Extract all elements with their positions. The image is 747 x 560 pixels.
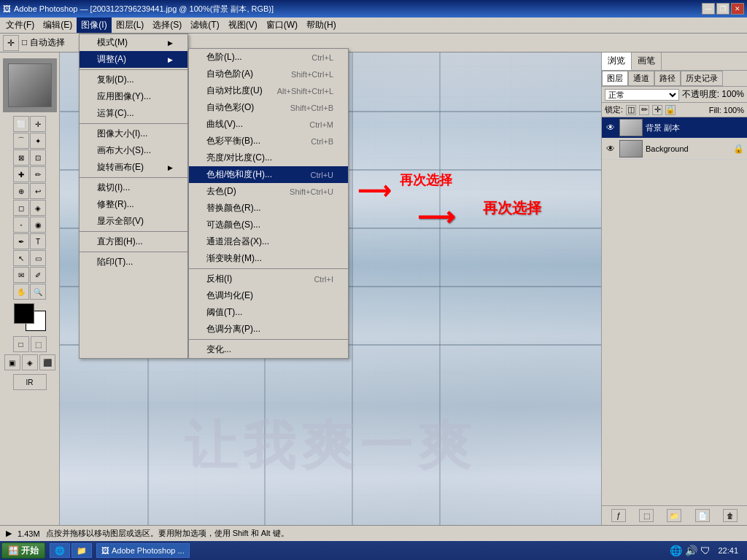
- tab-channels[interactable]: 通道: [628, 71, 654, 86]
- lock-move-btn[interactable]: ✛: [652, 105, 662, 115]
- tool-eraser[interactable]: ◻: [13, 200, 29, 216]
- menu-hue-saturation[interactable]: 色相/饱和度(H)...Ctrl+U: [189, 166, 348, 183]
- menu-view[interactable]: 视图(V): [224, 18, 262, 33]
- menu-color-balance[interactable]: 色彩平衡(B)...Ctrl+B: [189, 133, 348, 149]
- menu-image-size[interactable]: 图像大小(I)...: [80, 125, 187, 142]
- menu-layer[interactable]: 图层(L): [112, 18, 149, 33]
- layer-eye-icon[interactable]: 👁: [605, 143, 616, 155]
- standard-mode[interactable]: □: [13, 336, 29, 352]
- move-tool-icon[interactable]: ✛: [3, 35, 19, 51]
- close-button[interactable]: ✕: [731, 3, 744, 15]
- menu-gradient-map[interactable]: 渐变映射(M)...: [189, 250, 348, 267]
- menu-auto-contrast[interactable]: 自动对比度(U)Alt+Shift+Ctrl+L: [189, 82, 348, 99]
- taskbar-icon-folder[interactable]: 📁: [71, 543, 92, 558]
- menu-rotate-canvas[interactable]: 旋转画布(E): [80, 159, 187, 176]
- tab-brush[interactable]: 画笔: [632, 52, 662, 70]
- tool-path-select[interactable]: ↖: [13, 250, 29, 266]
- new-group-btn[interactable]: 📁: [667, 509, 681, 522]
- tool-slice[interactable]: ⊡: [30, 149, 46, 166]
- image-menu: 模式(M) 调整(A) 复制(D)... 应用图像(Y)... 运算(C)...…: [79, 34, 188, 359]
- menu-canvas-size[interactable]: 画布大小(S)...: [80, 142, 187, 159]
- tool-blur[interactable]: ◦: [13, 217, 29, 233]
- tab-browse[interactable]: 浏览: [602, 52, 632, 70]
- tool-eyedropper[interactable]: ✐: [30, 267, 46, 283]
- menu-image[interactable]: 图像(I): [77, 18, 111, 33]
- tool-brush[interactable]: ✏: [30, 166, 46, 182]
- tool-zoom[interactable]: 🔍: [30, 284, 46, 300]
- tool-pen[interactable]: ✒: [13, 233, 29, 249]
- new-layer-btn[interactable]: 📄: [695, 509, 710, 522]
- menu-help[interactable]: 帮助(H): [302, 18, 341, 33]
- tool-notes[interactable]: ✉: [13, 267, 29, 283]
- menu-curves[interactable]: 曲线(V)...Ctrl+M: [189, 116, 348, 133]
- menu-filter[interactable]: 滤镜(T): [186, 18, 223, 33]
- tool-text[interactable]: T: [30, 233, 46, 249]
- menu-auto-color[interactable]: 自动色彩(O)Shift+Ctrl+B: [189, 99, 348, 116]
- taskbar-icon-ie[interactable]: 🌐: [50, 543, 70, 558]
- menu-reveal-all[interactable]: 显示全部(V): [80, 213, 187, 230]
- menu-file[interactable]: 文件(F): [1, 18, 39, 33]
- tool-marquee[interactable]: ⬜: [13, 116, 29, 132]
- tool-fill[interactable]: ◈: [30, 200, 46, 216]
- lock-transparency-btn[interactable]: ◫: [626, 105, 636, 115]
- menu-image-calc[interactable]: 运算(C)...: [80, 105, 187, 122]
- layer-eye-icon[interactable]: 👁: [605, 122, 616, 133]
- menu-selective-color[interactable]: 可选颜色(S)...: [189, 217, 348, 233]
- menu-equalize[interactable]: 色调均化(E): [189, 287, 348, 304]
- menu-image-apply[interactable]: 应用图像(Y)...: [80, 88, 187, 105]
- tool-move[interactable]: ✛: [30, 116, 46, 132]
- menu-image-mode[interactable]: 模式(M): [80, 34, 187, 51]
- layer-style-btn[interactable]: ƒ: [611, 509, 626, 522]
- menu-channel-mixer[interactable]: 通道混合器(X)...: [189, 233, 348, 250]
- menu-trap[interactable]: 陷印(T)...: [80, 254, 187, 271]
- layer-item-bg[interactable]: 👁 Background 🔒: [602, 139, 747, 160]
- screen-mode-max[interactable]: ⬛: [39, 354, 55, 370]
- layer-mask-btn[interactable]: ⬚: [639, 509, 654, 522]
- menu-histogram[interactable]: 直方图(H)...: [80, 233, 187, 250]
- layer-item-copy[interactable]: 👁 背景 副本: [602, 117, 747, 139]
- tab-history[interactable]: 历史记录: [681, 71, 723, 86]
- menu-threshold[interactable]: 阈值(T)...: [189, 304, 348, 321]
- menu-auto-levels[interactable]: 自动色阶(A)Shift+Ctrl+L: [189, 66, 348, 82]
- menu-trim[interactable]: 修整(R)...: [80, 196, 187, 213]
- menu-replace-color[interactable]: 替换颜色(R)...: [189, 200, 348, 217]
- tab-paths[interactable]: 路径: [654, 71, 681, 86]
- lock-paint-btn[interactable]: ✏: [639, 105, 649, 115]
- menu-select[interactable]: 选择(S): [148, 18, 186, 33]
- tool-heal[interactable]: ✚: [13, 166, 29, 182]
- menu-desaturate[interactable]: 去色(D)Shift+Ctrl+U: [189, 183, 348, 200]
- tool-wand[interactable]: ✦: [30, 133, 46, 149]
- tab-layers[interactable]: 图层: [602, 71, 628, 86]
- lock-all-btn[interactable]: 🔒: [665, 105, 676, 115]
- menu-window[interactable]: 窗口(W): [262, 18, 302, 33]
- menu-image-adjust[interactable]: 调整(A): [80, 51, 187, 68]
- tool-history[interactable]: ↩: [30, 183, 46, 199]
- quick-mask[interactable]: ⬚: [31, 336, 47, 352]
- menu-brightness-contrast[interactable]: 亮度/对比度(C)...: [189, 149, 348, 166]
- imageready-btn[interactable]: IR: [13, 374, 47, 390]
- tool-dodge[interactable]: ◉: [30, 217, 46, 233]
- start-button[interactable]: 🪟 开始: [1, 542, 45, 559]
- taskbar-photoshop[interactable]: 🖼 Adobe Photoshop ...: [96, 543, 190, 558]
- menu-crop[interactable]: 裁切(I)...: [80, 179, 187, 196]
- tool-hand[interactable]: ✋: [13, 284, 29, 300]
- restore-button[interactable]: ❐: [716, 3, 729, 15]
- menu-edit[interactable]: 编辑(E): [39, 18, 77, 33]
- tool-lasso[interactable]: ⌒: [13, 133, 29, 149]
- screen-mode-std[interactable]: ▣: [4, 354, 20, 370]
- menu-invert[interactable]: 反相(I)Ctrl+I: [189, 271, 348, 287]
- blend-mode-select[interactable]: 正常: [605, 89, 679, 101]
- menu-levels[interactable]: 色阶(L)...Ctrl+L: [189, 49, 348, 66]
- screen-mode-full[interactable]: ◈: [22, 354, 38, 370]
- color-picker[interactable]: [14, 303, 46, 331]
- menu-variations[interactable]: 变化...: [189, 341, 348, 358]
- menu-image-duplicate[interactable]: 复制(D)...: [80, 71, 187, 88]
- doc-size: 1.43M: [18, 529, 40, 538]
- tool-crop[interactable]: ⊠: [13, 149, 29, 166]
- menu-posterize[interactable]: 色调分离(P)...: [189, 321, 348, 338]
- tool-shape[interactable]: ▭: [30, 250, 46, 266]
- minimize-button[interactable]: —: [702, 3, 715, 15]
- delete-layer-btn[interactable]: 🗑: [723, 509, 738, 522]
- foreground-color[interactable]: [14, 303, 34, 324]
- tool-stamp[interactable]: ⊕: [13, 183, 29, 199]
